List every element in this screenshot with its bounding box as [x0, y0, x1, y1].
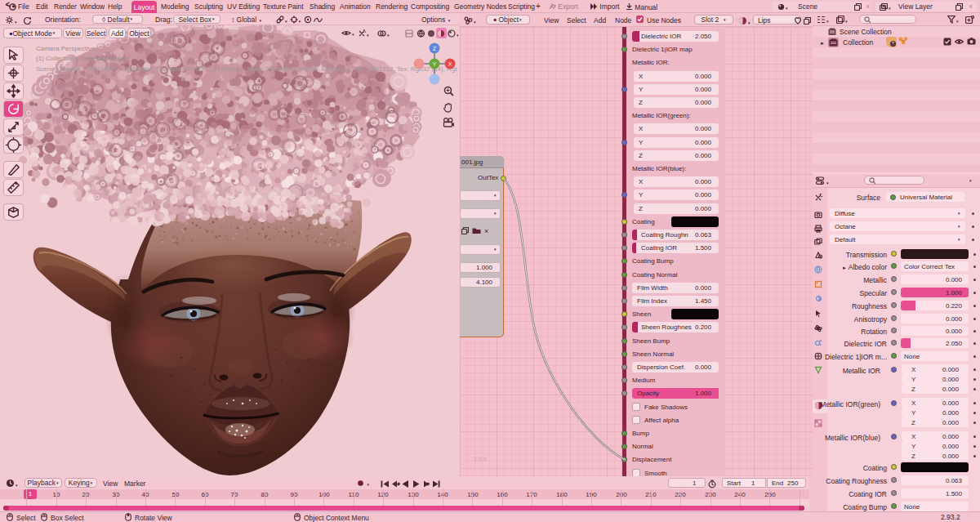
svg-text:Z: Z	[433, 45, 437, 52]
svg-text:Y: Y	[432, 60, 436, 68]
svg-text:X: X	[448, 60, 452, 68]
